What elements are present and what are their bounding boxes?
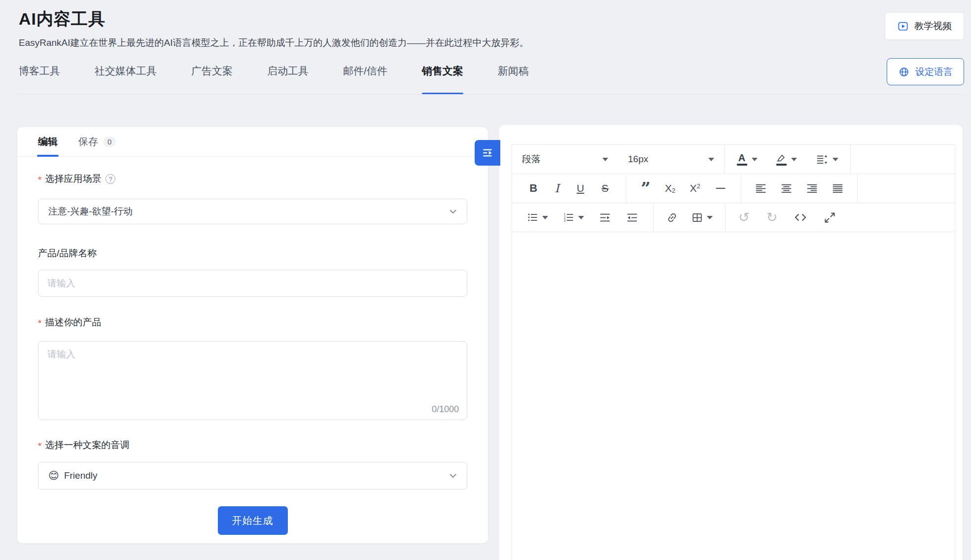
backcolor-button[interactable] bbox=[769, 153, 803, 166]
line-height-button[interactable] bbox=[809, 153, 845, 166]
product-name-input[interactable] bbox=[38, 270, 467, 297]
tab-saved[interactable]: 保存 0 bbox=[78, 127, 116, 156]
align-right-icon[interactable] bbox=[806, 182, 818, 195]
product-description-textarea[interactable] bbox=[38, 342, 467, 400]
code-icon[interactable] bbox=[794, 211, 807, 224]
globe-icon bbox=[898, 66, 910, 78]
svg-text:1: 1 bbox=[564, 212, 566, 216]
product-description-box: 0/1000 bbox=[38, 341, 467, 420]
undo-icon[interactable]: ↺ bbox=[738, 211, 750, 224]
toolbar-row-3: 123 bbox=[512, 203, 955, 232]
page-subtitle: EasyRankAI建立在世界上最先进的AI语言模型之上，正在帮助成千上万的人激… bbox=[19, 36, 529, 49]
toolbar-row-1: 段落 16px A bbox=[512, 144, 955, 174]
bullet-list-icon bbox=[527, 211, 539, 223]
set-language-button[interactable]: 设定语言 bbox=[887, 58, 964, 85]
align-justify-icon[interactable] bbox=[832, 182, 844, 195]
tone-field-label: * 选择一种文案的音调 bbox=[38, 439, 467, 452]
smiley-emoji-icon: 😊 bbox=[48, 470, 59, 482]
horizontal-rule-icon[interactable] bbox=[715, 182, 727, 194]
tutorial-video-button[interactable]: 教学视频 bbox=[885, 12, 964, 40]
required-asterisk: * bbox=[38, 318, 41, 329]
required-asterisk: * bbox=[38, 175, 41, 185]
tone-select-value: Friendly bbox=[64, 470, 98, 481]
align-center-icon[interactable] bbox=[780, 182, 793, 195]
tool-category-tabs: 博客工具 社交媒体工具 广告文案 启动工具 邮件/信件 销售文案 新闻稿 bbox=[19, 64, 529, 95]
table-button[interactable] bbox=[691, 211, 713, 224]
tab-blog-tools[interactable]: 博客工具 bbox=[19, 64, 60, 95]
editor-content-area[interactable] bbox=[512, 232, 955, 560]
tone-select[interactable]: 😊 Friendly bbox=[38, 462, 467, 490]
tab-email-letters[interactable]: 邮件/信件 bbox=[343, 64, 387, 95]
superscript-button[interactable]: X2 bbox=[690, 182, 700, 194]
table-icon bbox=[691, 211, 703, 224]
bold-button[interactable]: B bbox=[529, 182, 537, 195]
tab-startup-tools[interactable]: 启动工具 bbox=[267, 64, 309, 95]
fullscreen-icon[interactable] bbox=[824, 211, 836, 224]
toolbar-row-2: B I U S ” X2 X2 bbox=[512, 174, 955, 203]
italic-button[interactable]: I bbox=[555, 182, 559, 195]
page-title: AI内容工具 bbox=[19, 8, 105, 31]
blockquote-icon[interactable]: ” bbox=[641, 183, 651, 194]
strikethrough-button[interactable]: S bbox=[602, 182, 609, 194]
tutorial-video-label: 教学视频 bbox=[914, 20, 952, 33]
caret-down-icon bbox=[832, 158, 838, 161]
bullet-list-button[interactable] bbox=[527, 211, 548, 223]
form-panel-tabs: 编辑 保存 0 bbox=[17, 127, 488, 157]
numbered-list-button[interactable]: 123 bbox=[563, 211, 584, 223]
font-size-dropdown[interactable]: 16px bbox=[618, 145, 724, 174]
menu-unfold-icon bbox=[481, 146, 494, 160]
link-icon[interactable] bbox=[666, 211, 678, 224]
chevron-down-icon bbox=[449, 209, 457, 214]
desc-field-label: * 描述你的产品 bbox=[38, 316, 467, 329]
forecolor-button[interactable]: A bbox=[730, 153, 764, 166]
scene-field-label: * 选择应用场景 ? bbox=[38, 173, 467, 185]
generation-form-card: 编辑 保存 0 * 选择应用场景 ? 注意-兴趣-欲望-行动 bbox=[17, 127, 488, 543]
form-body: * 选择应用场景 ? 注意-兴趣-欲望-行动 产品/品牌名称 * 描述你的产品 bbox=[17, 173, 488, 535]
line-height-icon bbox=[816, 153, 828, 166]
tab-press-release[interactable]: 新闻稿 bbox=[498, 64, 529, 95]
play-video-icon bbox=[897, 20, 909, 32]
tab-sales-copy[interactable]: 销售文案 bbox=[422, 64, 463, 95]
indent-icon[interactable] bbox=[599, 211, 611, 224]
help-icon[interactable]: ? bbox=[105, 174, 115, 184]
underline-button[interactable]: U bbox=[577, 182, 584, 194]
required-asterisk: * bbox=[38, 441, 41, 452]
redo-icon[interactable]: ↻ bbox=[766, 211, 778, 224]
outdent-icon[interactable] bbox=[626, 211, 638, 224]
char-counter: 0/1000 bbox=[432, 404, 459, 415]
tabs-divider bbox=[17, 94, 966, 95]
align-left-icon[interactable] bbox=[755, 182, 767, 195]
caret-down-icon bbox=[791, 158, 797, 161]
name-field-label: 产品/品牌名称 bbox=[38, 247, 467, 260]
caret-down-icon bbox=[542, 216, 548, 219]
scene-select-value: 注意-兴趣-欲望-行动 bbox=[48, 205, 133, 218]
tab-edit[interactable]: 编辑 bbox=[38, 127, 58, 156]
caret-down-icon bbox=[707, 216, 713, 219]
tab-ad-copy[interactable]: 广告文案 bbox=[191, 64, 233, 95]
editor-toolbar: 段落 16px A bbox=[512, 144, 955, 232]
numbered-list-icon: 123 bbox=[563, 211, 575, 223]
collapse-panel-toggle[interactable] bbox=[475, 140, 500, 166]
chevron-down-icon bbox=[449, 473, 457, 478]
paragraph-format-dropdown[interactable]: 段落 bbox=[512, 145, 618, 174]
caret-down-icon bbox=[752, 158, 758, 161]
ai-content-tools-page: AI内容工具 EasyRankAI建立在世界上最先进的AI语言模型之上，正在帮助… bbox=[0, 0, 971, 560]
caret-down-icon bbox=[602, 158, 608, 161]
subscript-button[interactable]: X2 bbox=[665, 182, 675, 194]
saved-count-badge: 0 bbox=[103, 137, 116, 147]
backcolor-icon bbox=[776, 153, 787, 166]
rich-text-editor-card: 段落 16px A bbox=[499, 125, 963, 560]
set-language-label: 设定语言 bbox=[915, 66, 953, 78]
caret-down-icon bbox=[578, 216, 584, 219]
svg-text:2: 2 bbox=[564, 216, 566, 219]
generate-button[interactable]: 开始生成 bbox=[218, 506, 288, 535]
svg-text:3: 3 bbox=[564, 219, 566, 222]
caret-down-icon bbox=[708, 158, 714, 161]
forecolor-icon: A bbox=[737, 153, 747, 166]
tab-social-media-tools[interactable]: 社交媒体工具 bbox=[95, 64, 157, 95]
scene-select[interactable]: 注意-兴趣-欲望-行动 bbox=[38, 199, 467, 224]
